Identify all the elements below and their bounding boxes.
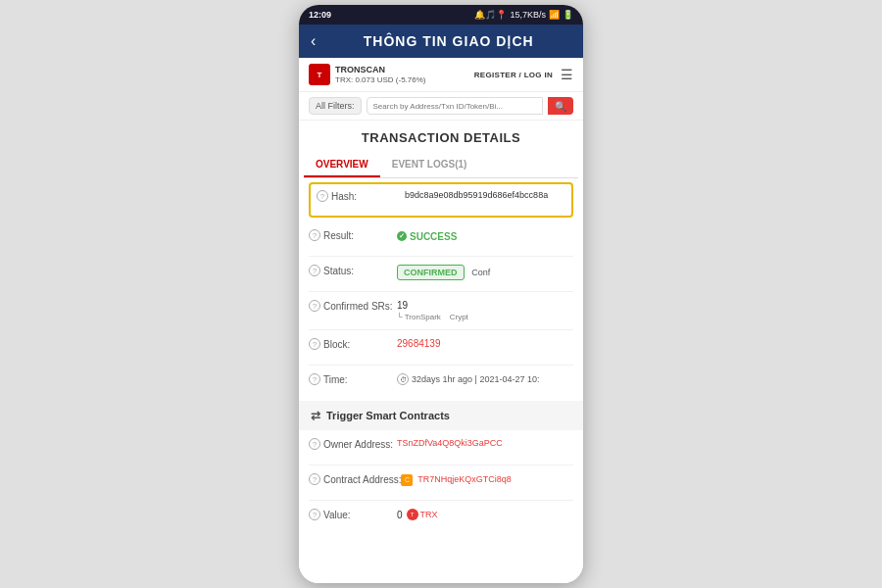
owner-address-value[interactable]: TSnZDfVa4Q8Qki3GaPCC	[397, 438, 573, 448]
swap-icon: ⇄	[311, 409, 320, 422]
nav-bar: T TRONSCAN TRX: 0.073 USD (-5.76%) REGIS…	[299, 58, 583, 92]
owner-address-row: ? Owner Address: TSnZDfVa4Q8Qki3GaPCC	[309, 430, 573, 466]
smart-contracts-section: ⇄ Trigger Smart Contracts	[299, 401, 583, 430]
contract-address-row: ? Contract Address: C TR7NHqjeKQxGTCi8q8	[309, 466, 573, 501]
trx-price: TRX: 0.073 USD (-5.76%)	[335, 75, 425, 84]
confirmed-srs-label: ? Confirmed SRs:	[309, 300, 397, 312]
clock-icon: ⏱	[397, 373, 409, 385]
confirmed-srs-row: ? Confirmed SRs: 19 └ TronSpark Crypt	[309, 292, 573, 330]
search-button[interactable]: 🔍	[548, 97, 573, 115]
battery-icon: 🔋	[563, 10, 573, 20]
time-value: ⏱ 32days 1hr ago | 2021-04-27 10:	[397, 373, 573, 385]
signal-icon: 📶	[549, 10, 560, 20]
block-label: ? Block:	[309, 338, 397, 350]
srs-sub: └ TronSpark Crypt	[397, 313, 573, 321]
block-help-icon[interactable]: ?	[309, 338, 320, 350]
tabs: OVERVIEW EVENT LOGS(1)	[304, 153, 578, 178]
phone-frame: 12:09 🔔🎵📍 15,7KB/s 📶 🔋 ‹ THÔNG TIN GIAO …	[299, 5, 583, 583]
main-content: TRANSACTION DETAILS OVERVIEW EVENT LOGS(…	[299, 121, 583, 583]
hash-help-icon[interactable]: ?	[317, 190, 328, 202]
tab-overview[interactable]: OVERVIEW	[304, 153, 380, 177]
notification-icons: 🔔🎵📍	[474, 10, 507, 20]
block-row: ? Block: 29684139	[309, 330, 573, 366]
conf-label: Conf	[471, 268, 490, 277]
result-value: ✓ SUCCESS	[397, 229, 573, 242]
status-help-icon[interactable]: ?	[309, 265, 320, 276]
speed-indicator: 15,7KB/s	[510, 10, 546, 20]
contract-icon: C	[401, 474, 413, 486]
trx-badge: T TRX	[407, 509, 438, 520]
result-help-icon[interactable]: ?	[309, 229, 320, 241]
status-icons: 🔔🎵📍 15,7KB/s 📶 🔋	[474, 10, 573, 20]
detail-section: ? Hash: b9dc8a9e08db95919d686ef4bcc88a ?…	[299, 182, 583, 401]
trx-logo-icon: T	[407, 509, 418, 520]
smart-contracts-title: Trigger Smart Contracts	[326, 410, 450, 421]
logo-area: T TRONSCAN TRX: 0.073 USD (-5.76%)	[309, 64, 425, 85]
trx-price-text: TRX: 0.073 USD (-5.76%)	[335, 75, 425, 84]
time-help-icon[interactable]: ?	[309, 373, 320, 385]
back-button[interactable]: ‹	[311, 32, 316, 50]
srs-help-icon[interactable]: ?	[309, 300, 320, 312]
filter-button[interactable]: All Filters:	[309, 97, 362, 115]
trx-currency: TRX	[420, 510, 438, 519]
hash-value: b9dc8a9e08db95919d686ef4bcc88a	[405, 190, 565, 200]
tronscan-logo-icon: T	[309, 64, 330, 85]
block-link[interactable]: 29684139	[397, 338, 441, 349]
hash-row: ? Hash: b9dc8a9e08db95919d686ef4bcc88a	[309, 182, 573, 218]
value-amount: 0 T TRX	[397, 509, 573, 520]
tab-event-logs[interactable]: EVENT LOGS(1)	[380, 153, 479, 177]
register-login-btn[interactable]: REGISTER / LOG IN	[474, 71, 553, 79]
hash-label: ? Hash:	[317, 190, 405, 202]
status-value: CONFIRMED Conf	[397, 265, 573, 280]
value-number: 0	[397, 510, 403, 520]
logo-text: TRONSCAN	[335, 65, 425, 75]
srs-sub1: └ TronSpark	[397, 313, 441, 321]
status-bar: 12:09 🔔🎵📍 15,7KB/s 📶 🔋	[299, 5, 583, 24]
srs-sub2: Crypt	[450, 313, 468, 321]
status-label: ? Status:	[309, 265, 397, 276]
smart-contracts-details: ? Owner Address: TSnZDfVa4Q8Qki3GaPCC ? …	[299, 430, 583, 536]
hamburger-menu[interactable]: ☰	[561, 67, 573, 82]
value-help-icon[interactable]: ?	[309, 509, 320, 520]
owner-address-label: ? Owner Address:	[309, 438, 397, 450]
header: ‹ THÔNG TIN GIAO DỊCH	[299, 24, 583, 58]
contract-help-icon[interactable]: ?	[309, 473, 320, 485]
owner-help-icon[interactable]: ?	[309, 438, 320, 450]
search-bar: All Filters: 🔍	[299, 92, 583, 121]
contract-address-value: C TR7NHqjeKQxGTCi8q8	[401, 473, 573, 486]
search-input[interactable]	[367, 97, 543, 115]
value-label: ? Value:	[309, 509, 397, 520]
contract-address-text[interactable]: TR7NHqjeKQxGTCi8q8	[417, 474, 512, 484]
page-title: TRANSACTION DETAILS	[299, 121, 583, 153]
contract-address-label: ? Contract Address:	[309, 473, 401, 485]
success-badge: ✓ SUCCESS	[397, 231, 457, 242]
nav-right: REGISTER / LOG IN ☰	[474, 67, 573, 82]
confirmed-srs-value: 19 └ TronSpark Crypt	[397, 300, 573, 321]
status-row: ? Status: CONFIRMED Conf	[309, 257, 573, 292]
time-label: ? Time:	[309, 373, 397, 385]
time-row: ? Time: ⏱ 32days 1hr ago | 2021-04-27 10…	[309, 366, 573, 401]
result-row: ? Result: ✓ SUCCESS	[309, 221, 573, 257]
result-label: ? Result:	[309, 229, 397, 241]
value-row: ? Value: 0 T TRX	[309, 501, 573, 536]
success-dot: ✓	[397, 231, 407, 241]
srs-count: 19	[397, 300, 573, 311]
block-value: 29684139	[397, 338, 573, 349]
confirmed-badge: CONFIRMED	[397, 265, 465, 280]
status-time: 12:09	[309, 10, 331, 20]
page-header-title: THÔNG TIN GIAO DỊCH	[325, 33, 571, 49]
time-display: ⏱ 32days 1hr ago | 2021-04-27 10:	[397, 373, 573, 385]
